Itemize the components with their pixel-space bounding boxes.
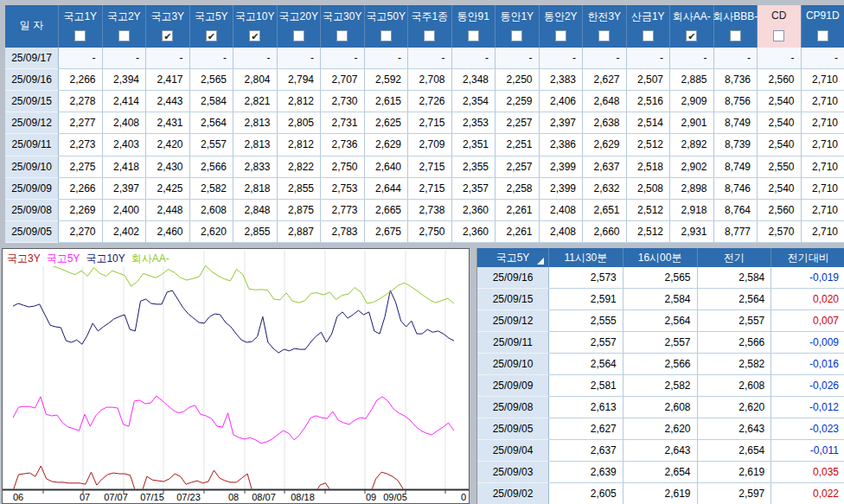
- yield-value-cell: 2,564: [190, 112, 234, 133]
- yield-value-cell: 8,746: [714, 178, 758, 199]
- column-header-산금1Y[interactable]: 산금1Y: [627, 5, 671, 48]
- column-header-국주1종[interactable]: 국주1종: [408, 5, 452, 48]
- yield-value-cell: 2,355: [452, 156, 496, 177]
- yield-value-cell: 2,818: [233, 178, 278, 199]
- series-line-국고10Y: [13, 290, 454, 353]
- table-row[interactable]: 25/09/052,2702,4022,4602,6202,8552,8872,…: [5, 221, 844, 243]
- yield-value-cell: 8,764: [714, 200, 758, 220]
- table-row[interactable]: 25/09/17------------------: [5, 48, 844, 69]
- column-checkbox[interactable]: [730, 30, 741, 41]
- table-row[interactable]: 25/09/102,2752,4182,4302,5662,8332,8222,…: [5, 156, 844, 178]
- table-row[interactable]: 25/09/032,6392,6542,6190,035: [477, 462, 844, 483]
- table-row[interactable]: 25/09/122,2772,4082,4312,5642,8132,8052,…: [5, 112, 844, 134]
- column-checkbox[interactable]: [380, 30, 392, 41]
- column-header-국고50Y[interactable]: 국고50Y: [365, 5, 409, 48]
- x-axis-tick-label: 09/05: [383, 492, 407, 502]
- yield-value-cell: 2,275: [59, 156, 103, 177]
- yield-value-cell: -: [540, 48, 584, 68]
- yield-value-cell: 2,278: [59, 91, 103, 112]
- column-header-전기[interactable]: 전기: [698, 248, 772, 267]
- column-checkbox[interactable]: [643, 30, 654, 41]
- yield-value-cell: 2,813: [233, 112, 278, 133]
- table-row[interactable]: 25/09/122,5552,5642,5570,007: [477, 310, 844, 332]
- yield-value-cell: 2,632: [583, 178, 627, 199]
- yield-value-cell: 2,731: [321, 112, 365, 133]
- column-header-CP91D[interactable]: CP91D: [802, 5, 844, 48]
- column-header-11시30분[interactable]: 11시30분: [549, 248, 623, 267]
- yield-value-cell: 2,794: [278, 69, 322, 90]
- table-row[interactable]: 25/09/092,5812,5822,608-0,026: [477, 375, 844, 397]
- table-row[interactable]: 25/09/112,2732,4032,4202,5572,8132,8122,…: [5, 134, 844, 156]
- table-row[interactable]: 25/09/152,5912,5842,5640,020: [477, 289, 844, 310]
- column-header-전기대비[interactable]: 전기대비: [771, 248, 844, 267]
- legend-item-국고3Y: 국고3Y: [7, 252, 41, 265]
- column-header-통안91[interactable]: 통안91: [452, 5, 496, 48]
- column-header-국고3Y[interactable]: 국고3Y✔: [146, 5, 190, 48]
- column-header-회사AA-[interactable]: 회사AA-✔: [670, 5, 714, 48]
- yield-value-cell: -: [190, 48, 234, 68]
- table-row[interactable]: 25/09/082,2692,4002,4482,6082,8482,8752,…: [5, 200, 844, 221]
- column-header-회사BBB-[interactable]: 회사BBB-: [714, 5, 758, 48]
- column-header-CD[interactable]: CD: [758, 5, 802, 48]
- yield-value-cell: 2,566: [190, 156, 234, 177]
- column-header-label: 전기: [724, 251, 745, 265]
- yield-value-cell: 2,715: [408, 112, 452, 133]
- yield-value-cell: 2,654: [698, 440, 772, 461]
- yield-value-cell: 2,564: [549, 354, 623, 374]
- column-checkbox[interactable]: [598, 30, 610, 41]
- column-header-통안1Y[interactable]: 통안1Y: [496, 5, 540, 48]
- table-row[interactable]: 25/09/102,5642,5662,582-0,016: [477, 354, 844, 375]
- yield-value-cell: 2,386: [540, 134, 584, 155]
- column-header-국고20Y[interactable]: 국고20Y: [278, 5, 322, 48]
- column-checkbox[interactable]: [817, 30, 828, 41]
- column-checkbox[interactable]: [555, 30, 566, 41]
- yield-value-cell: 8,756: [714, 91, 758, 112]
- column-header-label: 통안91: [457, 10, 489, 24]
- column-checkbox[interactable]: [74, 30, 86, 41]
- table-row[interactable]: 25/09/162,2662,3942,4172,5652,8042,7942,…: [5, 69, 844, 91]
- yield-value-cell: 2,425: [146, 178, 190, 199]
- column-checkbox-checked[interactable]: ✔: [206, 30, 217, 41]
- table-row[interactable]: 25/09/152,2782,4142,4432,5842,8212,8122,…: [5, 91, 844, 112]
- column-header-16시00분[interactable]: 16시00분: [623, 248, 698, 267]
- column-header-label: 산금1Y: [631, 10, 665, 24]
- column-checkbox[interactable]: [773, 30, 784, 41]
- column-checkbox[interactable]: [336, 30, 348, 41]
- table-row[interactable]: 25/09/112,5572,5572,566-0,009: [477, 332, 844, 354]
- column-checkbox-checked[interactable]: ✔: [686, 30, 697, 41]
- table-row[interactable]: 25/09/082,6132,6082,620-0,012: [477, 397, 844, 418]
- column-header-국고2Y[interactable]: 국고2Y: [103, 5, 147, 48]
- column-header-국고10Y[interactable]: 국고10Y✔: [233, 5, 278, 48]
- yield-value-cell: 2,805: [278, 112, 322, 133]
- table-row[interactable]: 25/09/092,2662,3972,4252,5822,8182,8552,…: [5, 178, 844, 200]
- column-header-국고5Y[interactable]: 국고5Y✔: [190, 5, 234, 48]
- change-value-cell: 0,020: [771, 289, 844, 309]
- yield-value-cell: 2,639: [549, 462, 623, 482]
- sort-column-header[interactable]: 국고5Y: [477, 248, 549, 267]
- column-header-통안2Y[interactable]: 통안2Y: [540, 5, 584, 48]
- yield-chart: 060707/0707/1507/230808/0708/180909/050: [3, 249, 469, 503]
- column-header-한전3Y[interactable]: 한전3Y: [583, 5, 627, 48]
- yield-value-cell: 2,560: [758, 200, 802, 220]
- column-checkbox[interactable]: [118, 30, 130, 41]
- yield-value-cell: 2,540: [758, 178, 802, 199]
- table-row[interactable]: 25/09/042,6372,6432,654-0,011: [477, 440, 844, 462]
- yield-value-cell: 2,360: [452, 221, 496, 242]
- column-checkbox-checked[interactable]: ✔: [162, 30, 173, 41]
- table-row[interactable]: 25/09/022,6052,6192,5970,022: [477, 483, 844, 504]
- column-header-국고1Y[interactable]: 국고1Y: [59, 5, 103, 48]
- change-value-cell: -0,023: [771, 418, 844, 439]
- column-header-label: 국고20Y: [279, 10, 318, 24]
- table-row[interactable]: 25/09/162,5732,5652,584-0,019: [477, 267, 844, 289]
- yield-value-cell: 2,584: [698, 267, 772, 288]
- yield-value-cell: 2,277: [59, 112, 103, 133]
- column-checkbox[interactable]: [468, 30, 479, 41]
- column-checkbox-checked[interactable]: ✔: [249, 30, 260, 41]
- yield-value-cell: 2,270: [59, 221, 103, 242]
- column-header-label: 국고30Y: [323, 10, 361, 24]
- column-checkbox[interactable]: [293, 30, 304, 41]
- column-checkbox[interactable]: [424, 30, 435, 41]
- column-header-국고30Y[interactable]: 국고30Y: [321, 5, 365, 48]
- table-row[interactable]: 25/09/052,6272,6202,643-0,023: [477, 418, 844, 440]
- column-checkbox[interactable]: [511, 30, 522, 41]
